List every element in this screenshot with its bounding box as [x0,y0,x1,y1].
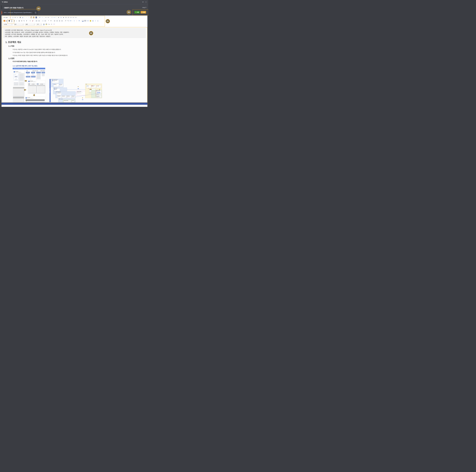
div-container-icon[interactable]: DIV [50,20,52,22]
checkbox-icon[interactable]: ☑ [60,16,62,18]
bold-icon[interactable]: B [13,20,15,22]
spellcheck-icon[interactable]: ABC✓▾ [53,16,56,18]
folder-icon [54,84,54,85]
find-icon[interactable]: ⚯ [45,16,47,18]
indent-icon[interactable] [44,20,46,22]
document-cpu-icon [28,81,30,82]
fullscreen-expand-icon[interactable]: ↖↗↙↘ [145,1,147,3]
version-button[interactable]: ↺버전 [141,11,146,14]
paste-text-icon[interactable]: A [33,16,35,18]
maximize-icon[interactable]: ⇱⇲ [48,23,50,25]
copy-document-button[interactable] [34,11,36,14]
hidden-field-icon[interactable]: xxx [72,16,74,18]
ltr-icon[interactable]: ▸¶ [65,20,67,22]
form-button-icon[interactable]: ab [75,16,77,18]
copy-format-icon[interactable]: ✒ [29,20,31,22]
text-wrap-icon[interactable] [8,20,10,22]
source-icon[interactable]: </>소스 [3,16,8,18]
toolbar-separator [8,16,9,18]
format-dropdown[interactable]: 문단▾ [14,23,24,26]
srs-icon [57,93,58,94]
align-center-icon[interactable] [56,20,58,22]
gear-icon: ⚙ [82,97,83,98]
form-icon[interactable]: ⊞ [57,16,60,18]
editor-content[interactable]: 소프트웨어 요구사항 명세서(SRS, Software Requirement… [1,27,147,107]
annotation-03-hline [11,9,36,9]
save-icon[interactable]: ▣ [9,16,11,18]
embedded-image-process-flow: Architecture: Websites > Content Hosting… [13,68,45,102]
toolbar-separator [81,20,81,22]
toolbar-row-2: 品@+↕BIUabcX2X2✒A❝DIV▸¶¶◂⊕A▾⚭⚮⚑▾☺Ω⇥⊕ [3,19,99,22]
smiley-icon[interactable]: ☺ [89,20,92,22]
align-justify-icon[interactable] [61,20,63,22]
align-right-icon[interactable] [58,20,61,22]
remove-format-icon[interactable]: A [32,20,34,22]
select-field-icon[interactable]: ≡↕ [70,16,72,18]
toolbar-row-3: 스타일▾문단▾글꼴▾크기▾A▾ab▾⇱⇲¶? [3,23,55,26]
line-height-icon[interactable]: ↕ [11,20,13,22]
image-icon[interactable] [82,20,84,22]
document-card-2: Document( Word, PDF, Google Docs ... ) 요… [28,80,45,94]
bulleted-list-icon[interactable] [38,20,40,22]
heading-1-2-1: 1.2.1 실무자의 연봉 관리 ( 보안 기능 포함 ) [13,65,37,67]
title-accent-arrow [1,11,2,15]
preview-icon[interactable]: ⚲ [17,16,19,18]
cube-icon [52,80,53,81]
textarea-icon[interactable]: a¶ [67,16,69,18]
export-pdf-icon[interactable]: PDF [14,16,16,18]
annotation-badge-03: 03 [36,6,41,11]
underline-icon[interactable]: U [18,20,20,22]
outdent-icon[interactable] [41,20,44,22]
version-icon [54,89,55,90]
help-link[interactable]: Help? [142,7,146,8]
page-title: ✎ Editor [2,1,8,3]
font-dropdown[interactable]: 글꼴▾ [25,23,35,26]
diagram-icon[interactable]: 品 [3,20,5,22]
text-field-icon[interactable]: abl [65,16,67,18]
strikethrough-icon[interactable]: abc [20,20,23,22]
text-color-icon[interactable]: A▾ [43,23,45,25]
doc-preview-outline [19,73,24,82]
panel-alm: ALM Jira Issue Tracker Redmine Issue Tra… [85,84,102,98]
numbered-list-icon[interactable] [35,20,37,22]
select-all-icon[interactable]: ⌖ [51,16,53,18]
highlight-icon[interactable]: ab▾ [46,23,48,25]
page-break-icon[interactable]: ⇥ [94,20,97,22]
superscript-icon[interactable]: X2 [26,20,28,22]
subscript-icon[interactable]: X2 [23,20,25,22]
undo-icon[interactable]: ↶ [39,16,41,18]
print-icon[interactable]: ≣ [19,16,21,18]
heading-1: 1. 프로젝트 개요 [5,40,21,44]
arrow-right-icon: ➜ [25,79,27,82]
show-blocks-icon[interactable]: ¶ [51,23,53,25]
redo-icon[interactable]: ↷ [41,16,43,18]
collapse-chevron-icon[interactable]: ❯ [142,1,144,2]
special-char-icon[interactable]: Ω [92,20,94,22]
table-icon[interactable]: ▾ [84,20,87,22]
rtl-icon[interactable]: ¶◂ [67,20,69,22]
italic-icon[interactable]: I [16,20,18,22]
new-page-icon[interactable]: ❏ [12,16,14,18]
horizontal-rule-icon[interactable] [87,20,89,22]
paste-word-icon[interactable]: W [35,16,37,18]
replace-icon[interactable]: a⇄c [47,16,50,18]
cut-icon[interactable]: ✂ [25,16,27,18]
anchor-insert-icon[interactable]: @+ [6,20,8,22]
about-icon[interactable]: ? [53,23,55,25]
link-icon[interactable]: ⚭ [73,20,75,22]
paste-icon[interactable] [30,16,32,18]
footer-blue-bar [1,102,147,105]
align-left-icon[interactable] [53,20,56,22]
anchor-flag-icon[interactable]: ⚑ [78,20,80,22]
radio-icon[interactable]: ◉ [62,16,65,18]
style-dropdown[interactable]: 스타일▾ [3,23,13,26]
arrow-left-icon: ➜ [24,88,26,91]
iframe-icon[interactable]: ⊕ [97,20,99,22]
templates-icon[interactable]: ▤ [22,16,24,18]
copy-icon[interactable]: ❐ [28,16,30,18]
size-dropdown[interactable]: 크기▾ [36,23,42,26]
blockquote-icon[interactable]: ❝ [47,20,50,22]
edit-button[interactable]: ✎수정 [134,11,140,14]
language-icon[interactable]: ⊕A▾ [69,20,72,22]
unlink-icon[interactable]: ⚮ [76,20,78,22]
